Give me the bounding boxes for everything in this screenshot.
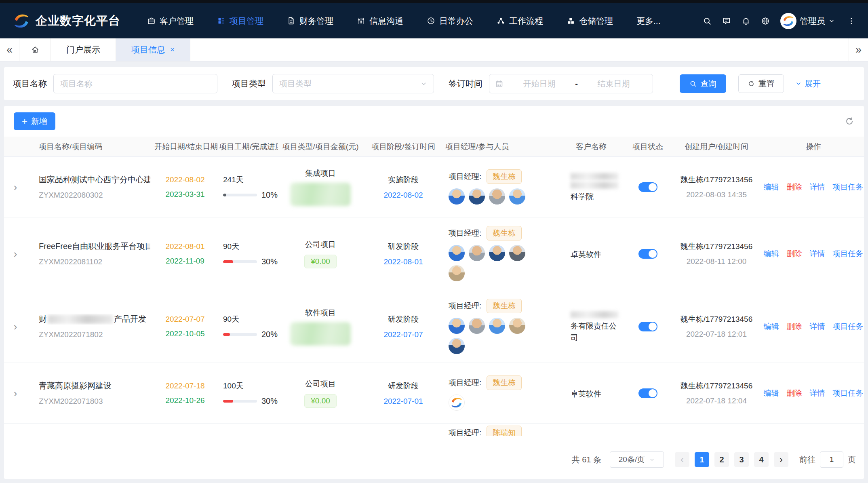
start-date-placeholder[interactable]: 开始日期	[506, 78, 573, 89]
tab-project-info[interactable]: 项目信息 ×	[116, 38, 190, 61]
user-name: 管理员	[800, 15, 825, 27]
edit-link[interactable]: 编辑	[764, 321, 779, 332]
edit-link[interactable]: 编辑	[764, 388, 779, 399]
edit-link[interactable]: 编辑	[764, 182, 779, 192]
reset-button[interactable]: 重置	[738, 74, 784, 93]
table-row: ›财产品开发ZYXM20220718022022-07-072022-10-05…	[4, 290, 864, 363]
brand[interactable]: 企业数字化平台	[12, 12, 120, 30]
dates-cell: 2022-08-012022-11-09	[153, 242, 217, 266]
table-row: 项目经理:陈瑞知	[4, 424, 864, 436]
delete-link[interactable]: 删除	[787, 182, 802, 192]
avatar[interactable]	[509, 318, 525, 334]
row-expand-icon[interactable]: ›	[14, 182, 17, 192]
avatar[interactable]	[449, 265, 465, 281]
avatar[interactable]	[489, 245, 505, 261]
close-icon[interactable]: ×	[170, 45, 175, 54]
manager-tag[interactable]: 魏生栋	[487, 375, 522, 390]
goto-page: 前往 页	[799, 451, 856, 468]
manager-tag[interactable]: 陈瑞知	[487, 426, 522, 436]
status-toggle[interactable]	[638, 182, 657, 192]
avatar[interactable]	[509, 245, 525, 261]
detail-link[interactable]: 详情	[810, 388, 825, 399]
project-name-input[interactable]	[53, 74, 217, 93]
delete-link[interactable]: 删除	[787, 321, 802, 332]
table-refresh-icon[interactable]	[845, 116, 854, 126]
created-time: 2022-08-03 14:35	[670, 190, 763, 199]
avatar[interactable]	[449, 318, 465, 334]
edit-link[interactable]: 编辑	[764, 249, 779, 259]
customer-cell: 务有限责任公司	[557, 309, 626, 344]
status-toggle[interactable]	[638, 249, 657, 259]
add-button[interactable]: + 新增	[14, 112, 55, 130]
manager-label: 项目经理:	[449, 171, 481, 182]
type-cell: 软件项目	[278, 308, 363, 346]
nav-item-customer[interactable]: 客户管理	[147, 15, 194, 27]
nav-item-project[interactable]: 项目管理	[217, 15, 263, 27]
notification-bell-icon[interactable]	[742, 17, 750, 25]
delete-link[interactable]: 删除	[787, 388, 802, 399]
avatar[interactable]	[469, 245, 485, 261]
manager-tag[interactable]: 魏生栋	[487, 169, 522, 184]
page-button-1[interactable]: 1	[695, 452, 709, 467]
project-task-link[interactable]: 项目任务	[833, 182, 864, 192]
next-page-button[interactable]: ›	[774, 452, 788, 467]
search-button[interactable]: 查询	[680, 74, 726, 93]
expand-tabs-button[interactable]: »	[849, 38, 868, 61]
nav-item-communication[interactable]: 信息沟通	[357, 15, 403, 27]
kebab-menu-icon[interactable]	[847, 17, 856, 25]
project-task-link[interactable]: 项目任务	[833, 249, 864, 259]
avatar	[780, 13, 796, 29]
nav-item-daily-office[interactable]: 日常办公	[427, 15, 473, 27]
avatar[interactable]	[449, 394, 465, 411]
avatar[interactable]	[509, 188, 525, 205]
date-range-picker[interactable]: 开始日期 - 结束日期	[489, 74, 653, 93]
row-expand-icon[interactable]: ›	[14, 388, 17, 399]
page-button-4[interactable]: 4	[754, 452, 769, 467]
avatar[interactable]	[469, 188, 485, 205]
nav-item-label: 日常办公	[439, 15, 473, 27]
created-time: 2022-08-11 12:00	[670, 257, 763, 266]
project-type-select[interactable]: 项目类型	[272, 74, 434, 93]
avatar[interactable]	[449, 245, 465, 261]
avatar[interactable]	[469, 318, 485, 334]
detail-link[interactable]: 详情	[810, 321, 825, 332]
status-toggle[interactable]	[638, 322, 657, 331]
delete-link[interactable]: 删除	[787, 249, 802, 259]
avatar[interactable]	[489, 318, 505, 334]
home-tab[interactable]	[19, 38, 51, 61]
expand-filters-link[interactable]: 展开	[795, 78, 821, 89]
expand-cell: ›	[4, 182, 27, 192]
user-menu[interactable]: 管理员	[780, 13, 835, 29]
collapse-tabs-button[interactable]: «	[0, 38, 19, 61]
nav-item-more[interactable]: 更多...	[636, 15, 661, 27]
language-globe-icon[interactable]	[761, 17, 770, 25]
nav-item-warehouse[interactable]: 仓储管理	[567, 15, 613, 27]
detail-link[interactable]: 详情	[810, 249, 825, 259]
tab-portal-display[interactable]: 门户展示	[51, 38, 116, 61]
status-toggle[interactable]	[638, 388, 657, 398]
message-icon[interactable]	[722, 17, 731, 25]
row-expand-icon[interactable]: ›	[14, 249, 17, 259]
prev-page-button[interactable]: ‹	[675, 452, 689, 467]
sign-time-filter: 签订时间 开始日期 - 结束日期	[449, 74, 653, 93]
nav-item-label: 项目管理	[230, 15, 263, 27]
project-task-link[interactable]: 项目任务	[833, 321, 864, 332]
page-button-2[interactable]: 2	[714, 452, 729, 467]
manager-tag[interactable]: 魏生栋	[487, 299, 522, 313]
nav-item-finance[interactable]: 财务管理	[287, 15, 333, 27]
goto-page-input[interactable]	[820, 451, 843, 468]
page-button-3[interactable]: 3	[734, 452, 749, 467]
manager-tag[interactable]: 魏生栋	[487, 226, 522, 240]
detail-link[interactable]: 详情	[810, 182, 825, 192]
end-date-placeholder[interactable]: 结束日期	[580, 78, 647, 89]
avatar[interactable]	[449, 338, 465, 354]
nav-item-workflow[interactable]: 工作流程	[497, 15, 543, 27]
avatar[interactable]	[449, 188, 465, 205]
page-size-select[interactable]: 20条/页	[610, 451, 664, 468]
table-body: ›国家品种测试中心西宁分中心建设项目ZYXM20220803022022-08-…	[4, 157, 864, 436]
project-task-link[interactable]: 项目任务	[833, 388, 864, 399]
calendar-icon	[495, 80, 504, 88]
search-icon[interactable]	[703, 17, 712, 25]
avatar[interactable]	[489, 188, 505, 205]
row-expand-icon[interactable]: ›	[14, 321, 17, 332]
